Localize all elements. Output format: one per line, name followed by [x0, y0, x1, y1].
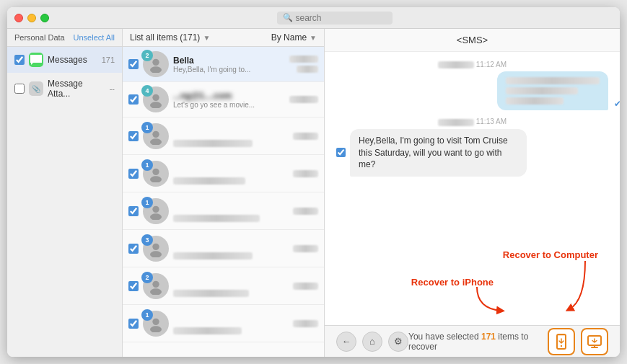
message-meta [293, 208, 318, 215]
list-item[interactable]: 1 [123, 155, 324, 192]
avatar-wrap: 2 [143, 273, 169, 299]
attachments-checkbox[interactable] [14, 84, 25, 94]
bottom-bar: ← ⌂ ⚙ You have selected 171 items to rec… [325, 325, 620, 357]
message-badge: 2 [141, 50, 153, 61]
status-count: 171 [481, 332, 496, 342]
svg-point-1 [150, 66, 162, 73]
bubble-left-wrap: Hey,Bella, I'm going to visit Tom Cruise… [336, 129, 608, 177]
item-checkbox[interactable] [128, 169, 139, 179]
list-item[interactable]: 2 [123, 267, 324, 305]
item-checkbox[interactable] [128, 319, 139, 329]
sidebar-item-attachments[interactable]: 📎 Message Atta... -- [7, 73, 122, 105]
minimize-button[interactable] [27, 14, 36, 22]
item-checkbox[interactable] [128, 59, 139, 69]
messages-label: Messages [48, 55, 97, 65]
message-badge: 4 [141, 85, 153, 97]
titlebar: 🔍 [7, 7, 620, 29]
traffic-lights [14, 14, 49, 22]
chat-message-row: 11:13 AM Hey,Bella, I'm going to visit T… [336, 117, 608, 177]
attachments-count: -- [110, 84, 115, 93]
message-date [293, 320, 318, 327]
message-preview [173, 137, 289, 150]
message-badge: 1 [141, 197, 153, 208]
unselect-all-button[interactable]: Unselect All [74, 33, 115, 42]
message-preview: Let's go yo see a movie... [173, 101, 285, 109]
computer-icon [587, 334, 602, 350]
chat-bubble-right [497, 71, 608, 110]
sidebar-item-messages[interactable]: Messages 171 [7, 47, 122, 73]
item-checkbox[interactable] [128, 244, 139, 254]
message-date [293, 133, 318, 140]
close-button[interactable] [14, 14, 23, 22]
svg-point-3 [150, 102, 162, 108]
svg-point-17 [561, 345, 562, 346]
sidebar-header: Personal Data Unselect All [7, 29, 122, 47]
message-badge: 1 [141, 159, 153, 171]
attachments-label: Message Atta... [48, 79, 105, 99]
bubble-text: Hey,Bella, I'm going to visit Tom Cruise… [359, 135, 518, 171]
status-text: You have selected [408, 332, 481, 342]
recover-buttons [548, 328, 608, 355]
list-item[interactable]: 3 [123, 230, 324, 267]
list-toolbar: List all items (171) ▼ By Name ▼ [123, 29, 324, 47]
chat-header: <SMS> [325, 29, 620, 52]
svg-point-7 [150, 176, 162, 182]
sort-label: By Name [271, 32, 307, 43]
avatar-wrap: 1 [143, 123, 169, 149]
messages-checkbox[interactable] [14, 55, 25, 65]
chat-timestamp: 11:12 AM [336, 61, 608, 68]
message-preview: Hey,Bella, I'm going to... [173, 66, 285, 74]
list-item[interactable]: 4 ...ng@1....com Let's go yo see a movie… [123, 82, 324, 117]
message-body [173, 234, 289, 262]
message-date [293, 208, 318, 215]
sort-dropdown[interactable]: By Name ▼ [271, 32, 317, 43]
search-bar: 🔍 [56, 12, 613, 25]
back-button[interactable]: ← [336, 332, 356, 352]
item-checkbox[interactable] [128, 281, 139, 291]
contact-name: ...ng@1....com [173, 91, 285, 101]
settings-button[interactable]: ⚙ [388, 332, 408, 352]
list-item[interactable]: 2 Bella Hey,Bella, I'm going to... [123, 47, 324, 82]
message-preview [173, 287, 289, 300]
svg-point-4 [152, 130, 159, 137]
main-content: Personal Data Unselect All Messages 171 … [7, 29, 620, 357]
avatar-wrap: 1 [143, 198, 169, 224]
item-checkbox[interactable] [128, 94, 139, 105]
message-meta [293, 170, 318, 177]
sidebar: Personal Data Unselect All Messages 171 … [7, 29, 123, 357]
iphone-icon [553, 334, 569, 350]
chat-panel: <SMS> 11:12 AM [325, 29, 620, 357]
item-checkbox[interactable] [128, 206, 139, 216]
recover-to-computer-button[interactable] [581, 328, 608, 355]
list-item[interactable]: 1 [123, 117, 324, 155]
bubble-checkbox[interactable] [336, 148, 346, 157]
message-body: ...ng@1....com Let's go yo see a movie..… [173, 91, 285, 109]
item-checkbox[interactable] [128, 131, 139, 141]
maximize-button[interactable] [40, 14, 49, 22]
message-body [173, 272, 289, 300]
message-preview [173, 212, 289, 225]
svg-point-13 [150, 288, 162, 295]
message-date [293, 170, 318, 177]
contact-name [173, 272, 289, 285]
list-item[interactable]: 1 [123, 305, 324, 342]
list-all-items-dropdown[interactable]: List all items (171) ▼ [130, 32, 210, 43]
contact-name: Bella [173, 56, 285, 66]
search-input[interactable] [296, 13, 387, 23]
recover-computer-arrow [542, 257, 592, 315]
message-list: List all items (171) ▼ By Name ▼ 2 [123, 29, 325, 357]
bottom-status: You have selected 171 items to recover [408, 332, 548, 352]
list-item[interactable]: 1 [123, 192, 324, 230]
message-meta [293, 245, 318, 252]
message-body [173, 309, 289, 337]
message-badge: 2 [141, 272, 153, 283]
search-wrap[interactable]: 🔍 [277, 12, 393, 25]
app-window: 🔍 Personal Data Unselect All Messages 17… [7, 7, 620, 357]
contact-name [173, 197, 289, 210]
svg-point-14 [152, 318, 159, 324]
recover-to-iphone-button[interactable] [548, 328, 575, 355]
messages-count: 171 [102, 56, 115, 64]
avatar-wrap: 1 [143, 311, 169, 337]
message-preview [173, 249, 289, 262]
home-button[interactable]: ⌂ [362, 332, 382, 352]
